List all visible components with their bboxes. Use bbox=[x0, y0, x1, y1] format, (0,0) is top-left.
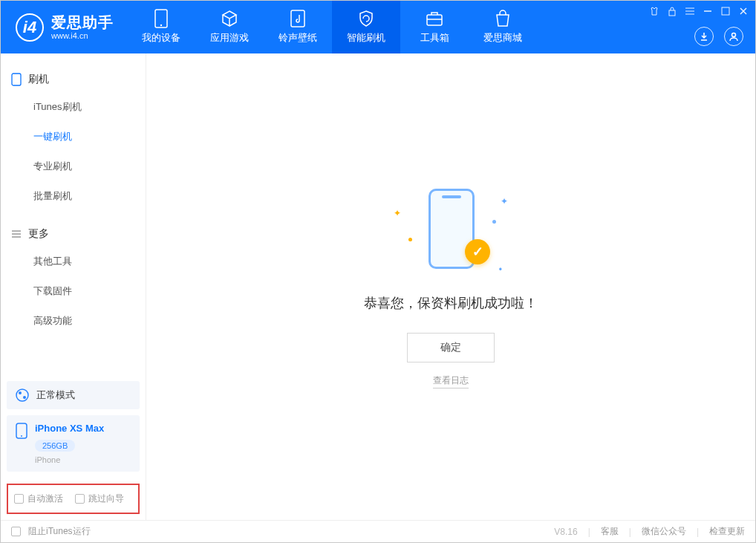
lock-icon[interactable] bbox=[666, 5, 678, 17]
tab-label: 我的设备 bbox=[142, 31, 180, 45]
mode-panel[interactable]: 正常模式 bbox=[7, 381, 140, 409]
window-controls bbox=[648, 5, 749, 17]
tab-label: 工具箱 bbox=[420, 31, 449, 45]
svg-rect-6 bbox=[722, 7, 729, 15]
shirt-icon[interactable] bbox=[648, 5, 660, 17]
toolbox-icon bbox=[426, 10, 443, 27]
svg-rect-7 bbox=[12, 74, 21, 85]
ok-button[interactable]: 确定 bbox=[407, 333, 495, 362]
version-label: V8.16 bbox=[554, 527, 577, 537]
sidebar-item-itunes-flash[interactable]: iTunes刷机 bbox=[1, 92, 146, 122]
checkmark-icon: ✓ bbox=[465, 239, 490, 264]
main-content: ✓ ✦✦• 恭喜您，保资料刷机成功啦！ 确定 查看日志 bbox=[146, 53, 755, 520]
device-panel[interactable]: iPhone XS Max 256GB iPhone bbox=[7, 415, 140, 472]
mode-icon bbox=[16, 388, 29, 402]
user-button[interactable] bbox=[724, 27, 743, 46]
footer-link-update[interactable]: 检查更新 bbox=[709, 525, 745, 538]
checkbox-skip-guide[interactable]: 跳过向导 bbox=[75, 492, 124, 505]
tab-label: 智能刷机 bbox=[347, 31, 385, 45]
sidebar-item-advanced[interactable]: 高级功能 bbox=[1, 306, 146, 336]
view-log-link[interactable]: 查看日志 bbox=[433, 374, 469, 388]
svg-rect-3 bbox=[427, 15, 442, 25]
options-highlight: 自动激活 跳过向导 bbox=[7, 484, 140, 514]
mode-label: 正常模式 bbox=[36, 388, 75, 402]
svg-point-10 bbox=[23, 396, 26, 399]
cube-icon bbox=[221, 10, 238, 27]
section-title: 更多 bbox=[28, 227, 49, 241]
sidebar-section-more[interactable]: 更多 bbox=[1, 221, 146, 247]
download-button[interactable] bbox=[694, 27, 714, 46]
svg-rect-5 bbox=[669, 10, 675, 16]
minimize-button[interactable] bbox=[702, 5, 714, 17]
svg-rect-2 bbox=[291, 10, 304, 27]
tab-flash[interactable]: 智能刷机 bbox=[332, 1, 400, 53]
checkbox-icon bbox=[11, 527, 21, 536]
tab-toolbox[interactable]: 工具箱 bbox=[400, 1, 469, 53]
header-actions bbox=[694, 27, 743, 46]
app-header: i4 爱思助手 www.i4.cn 我的设备 应用游戏 铃声壁纸 智能刷机 工具… bbox=[1, 1, 755, 53]
tab-apps[interactable]: 应用游戏 bbox=[195, 1, 264, 53]
bag-icon bbox=[494, 10, 512, 27]
tab-store[interactable]: 爱思商城 bbox=[469, 1, 537, 53]
checkbox-auto-activate[interactable]: 自动激活 bbox=[14, 492, 63, 505]
close-button[interactable] bbox=[737, 5, 749, 17]
checkbox-icon bbox=[14, 494, 24, 504]
footer-link-wechat[interactable]: 微信公众号 bbox=[642, 525, 686, 538]
svg-point-4 bbox=[732, 33, 736, 37]
device-type: iPhone bbox=[35, 455, 104, 464]
music-file-icon bbox=[289, 10, 307, 27]
checkbox-block-itunes[interactable]: 阻止iTunes运行 bbox=[11, 525, 91, 538]
section-title: 刷机 bbox=[28, 73, 49, 86]
menu-icon[interactable] bbox=[684, 5, 696, 17]
footer-link-support[interactable]: 客服 bbox=[601, 525, 619, 538]
device-name: iPhone XS Max bbox=[35, 423, 104, 434]
success-illustration: ✓ ✦✦• bbox=[395, 186, 506, 275]
success-message: 恭喜您，保资料刷机成功啦！ bbox=[364, 294, 538, 312]
sidebar-item-other-tools[interactable]: 其他工具 bbox=[1, 247, 146, 276]
device-icon bbox=[152, 10, 170, 27]
checkbox-label: 跳过向导 bbox=[88, 492, 124, 505]
tab-label: 铃声壁纸 bbox=[278, 31, 317, 45]
logo[interactable]: i4 爱思助手 www.i4.cn bbox=[1, 1, 127, 53]
main-tabs: 我的设备 应用游戏 铃声壁纸 智能刷机 工具箱 爱思商城 bbox=[127, 1, 537, 53]
checkbox-label: 阻止iTunes运行 bbox=[28, 525, 91, 538]
sidebar-item-batch-flash[interactable]: 批量刷机 bbox=[1, 181, 146, 211]
sidebar-item-oneclick-flash[interactable]: 一键刷机 bbox=[1, 122, 146, 152]
tab-ringtones[interactable]: 铃声壁纸 bbox=[264, 1, 332, 53]
phone-icon bbox=[11, 73, 22, 86]
maximize-button[interactable] bbox=[720, 5, 731, 17]
svg-point-8 bbox=[16, 389, 28, 401]
app-subtitle: www.i4.cn bbox=[51, 31, 114, 41]
tab-label: 应用游戏 bbox=[210, 31, 249, 45]
status-bar: 阻止iTunes运行 V8.16 | 客服 | 微信公众号 | 检查更新 bbox=[1, 520, 755, 542]
shield-refresh-icon bbox=[357, 10, 375, 27]
tab-label: 爱思商城 bbox=[483, 31, 522, 45]
device-phone-icon bbox=[16, 423, 27, 439]
sidebar-item-pro-flash[interactable]: 专业刷机 bbox=[1, 152, 146, 181]
logo-icon: i4 bbox=[16, 13, 44, 42]
list-icon bbox=[11, 230, 22, 238]
sidebar-section-flash[interactable]: 刷机 bbox=[1, 67, 146, 92]
checkbox-icon bbox=[75, 494, 85, 504]
svg-point-9 bbox=[19, 391, 22, 394]
sidebar-item-download-firmware[interactable]: 下载固件 bbox=[1, 276, 146, 306]
app-title: 爱思助手 bbox=[51, 13, 114, 31]
device-storage: 256GB bbox=[35, 440, 75, 452]
svg-point-1 bbox=[160, 25, 162, 26]
sidebar: 刷机 iTunes刷机 一键刷机 专业刷机 批量刷机 更多 其他工具 下载固件 … bbox=[1, 53, 146, 520]
tab-my-device[interactable]: 我的设备 bbox=[127, 1, 195, 53]
svg-point-12 bbox=[21, 435, 22, 437]
checkbox-label: 自动激活 bbox=[27, 492, 63, 505]
